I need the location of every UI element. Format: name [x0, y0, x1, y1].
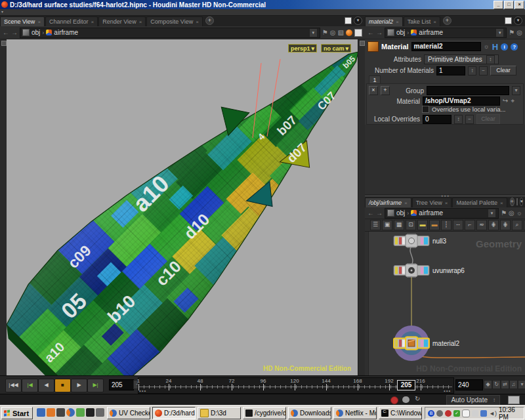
network-box-icon[interactable]: ▬	[429, 220, 440, 230]
tab-close-icon[interactable]: ×	[91, 19, 94, 25]
network-editor[interactable]: GeometryHD Non-Commercial Editionnull3uv…	[365, 232, 525, 375]
restore-button[interactable]: □	[504, 1, 514, 9]
thumbnail-icon[interactable]: ▣	[382, 220, 392, 230]
new-tab-button[interactable]: +	[205, 16, 214, 25]
pane-menu-icon[interactable]: ▾	[520, 198, 524, 206]
pin-icon[interactable]: ⚑	[501, 209, 507, 218]
local-overrides-field[interactable]: 0	[423, 115, 452, 124]
node-path-field[interactable]: obj›airframe▾	[20, 28, 320, 38]
scene-viewport[interactable]: 05b10a10c10d10a10c09d07b07C074b05 persp1…	[0, 39, 365, 375]
tab-close-icon[interactable]: ×	[37, 19, 41, 25]
link-target-icon[interactable]: ◎	[330, 28, 336, 37]
node-name-field[interactable]: material2	[411, 42, 481, 51]
task-button-terminal-3[interactable]: /cygdrive/d/3...	[243, 407, 286, 419]
task-button-cmd-6[interactable]: C:C:\Windows\s...	[379, 407, 422, 419]
clear-button[interactable]: Clear	[490, 66, 516, 75]
node-null3[interactable]: null3	[394, 234, 447, 248]
info-icon[interactable]: i	[501, 43, 508, 51]
close-button[interactable]: ×	[514, 1, 524, 9]
current-frame-marker[interactable]: 205	[397, 380, 415, 390]
global-anim-icon[interactable]: ▾	[518, 380, 525, 389]
recook-icon[interactable]: ↻	[415, 395, 420, 402]
current-frame-field[interactable]: 205	[109, 379, 134, 390]
num-materials-field[interactable]: 1	[436, 66, 465, 75]
airframe-hull[interactable]	[7, 39, 358, 375]
audio-device-icon[interactable]	[472, 410, 478, 417]
jump-to-node-icon[interactable]: ↪	[503, 96, 508, 106]
path-dropdown-icon[interactable]: ▾	[495, 28, 504, 37]
tray-app-icon[interactable]	[436, 410, 443, 417]
loop-icon[interactable]: ↻	[492, 380, 501, 389]
end-frame-field[interactable]: 240	[455, 379, 483, 390]
window-titlebar[interactable]: D:/3d/hard surface studies/f64-harlot2.h…	[0, 0, 525, 9]
jump-start-button[interactable]: |◀◀	[5, 379, 22, 392]
tab-close-icon[interactable]: ×	[404, 200, 408, 206]
tab-network--obj-airframe[interactable]: /obj/airframe×	[365, 198, 411, 207]
tab-close-icon[interactable]: ×	[396, 19, 399, 25]
task-button-firefox-5[interactable]: Netflix - Mozil...	[333, 407, 377, 419]
prev-key-button[interactable]: |◀	[22, 379, 38, 392]
new-tab-button[interactable]: +	[443, 16, 452, 25]
slider-icon[interactable]: −	[465, 115, 474, 124]
snap-grid-icon[interactable]: ⋕	[488, 220, 499, 230]
ladder-icon[interactable]: ↕	[454, 115, 463, 124]
audio-icon[interactable]: ♫	[509, 380, 518, 389]
show-desktop-icon[interactable]	[37, 408, 45, 417]
tab-scene-composite-view[interactable]: Composite View×	[146, 16, 203, 26]
security-shield-icon[interactable]: ✓	[453, 410, 460, 417]
dots-icon[interactable]: --	[453, 220, 463, 230]
task-button-firefox-4[interactable]: Downloads	[288, 407, 331, 419]
volume-icon[interactable]: ◄)	[489, 410, 497, 417]
rows-icon[interactable]: ☰	[370, 220, 381, 230]
pin-icon[interactable]: ⚑	[509, 28, 514, 37]
group-dropdown-icon[interactable]: ▾	[512, 86, 520, 95]
zoom-icon[interactable]: ⌕	[512, 220, 522, 230]
app3-icon[interactable]	[56, 408, 65, 417]
app2-icon[interactable]	[47, 408, 55, 417]
tab-scene-channel-editor[interactable]: Channel Editor×	[45, 16, 98, 26]
tab-scene-scene-view[interactable]: Scene View×	[0, 16, 45, 26]
attributes-dropdown[interactable]: Primitive Attributes↕	[424, 54, 499, 64]
back-arrow-icon[interactable]: ←	[3, 29, 9, 36]
distribute-icon[interactable]: ≂	[476, 220, 487, 230]
overrides-checkbox[interactable]	[422, 106, 429, 113]
play-button[interactable]: ▶	[71, 379, 87, 392]
ladder-icon[interactable]: ↕	[468, 66, 476, 75]
pane-maximize-icon[interactable]	[345, 17, 352, 24]
forward-arrow-icon[interactable]: →	[376, 29, 383, 36]
palette-icon[interactable]: ▦	[394, 220, 404, 230]
group-field[interactable]	[427, 86, 509, 95]
minimize-button[interactable]: _	[494, 1, 503, 9]
pane-expand-icon[interactable]	[354, 29, 362, 37]
auto-update-menu[interactable]: Auto Update↕	[446, 395, 500, 406]
gear-icon[interactable]: ☼	[516, 209, 522, 218]
pane-menu-icon[interactable]: ▾	[514, 16, 522, 25]
forward-arrow-icon[interactable]: →	[11, 29, 18, 36]
link-target-icon[interactable]: ◎	[516, 28, 522, 37]
bluetooth-icon[interactable]: B	[428, 410, 434, 417]
error-badge-icon[interactable]	[390, 396, 398, 404]
ruler-scroll-handle[interactable]: •••	[139, 388, 146, 394]
timeline-ruler[interactable]: 124487296120144168192216205	[138, 377, 454, 394]
path-dropdown-icon[interactable]: ▾	[488, 209, 496, 218]
new-tab-button[interactable]: +	[510, 198, 514, 206]
wire-null3-uvunwrap6[interactable]	[410, 246, 413, 265]
node-material2[interactable]: material2	[394, 337, 460, 350]
pane-menu-icon[interactable]: ▾	[354, 16, 362, 25]
gear-icon[interactable]: ☼	[484, 42, 490, 51]
node-path-field[interactable]: obj›airframe▾	[385, 28, 507, 38]
messenger-icon[interactable]	[462, 410, 470, 417]
display-options-icon[interactable]	[346, 30, 352, 36]
tab-close-icon[interactable]: ×	[433, 19, 436, 25]
firefox-quicklaunch-icon[interactable]	[66, 408, 75, 417]
node-uvunwrap6[interactable]: uvunwrap6	[394, 264, 465, 278]
node-path-field[interactable]: obj›airframe▾	[385, 208, 499, 219]
tab-scene-render-view[interactable]: Render View×	[98, 16, 146, 26]
start-button[interactable]: Start	[1, 407, 33, 419]
network-icon[interactable]	[480, 410, 487, 417]
playback-controls-icon[interactable]: ◆	[484, 380, 492, 389]
op-chooser-icon[interactable]: ⌖	[511, 96, 514, 106]
play-reverse-button[interactable]: ◀	[38, 379, 54, 392]
shading-cube-icon[interactable]: ▧	[338, 28, 344, 37]
task-button-firefox-0[interactable]: UV Checkers ...	[107, 407, 150, 419]
